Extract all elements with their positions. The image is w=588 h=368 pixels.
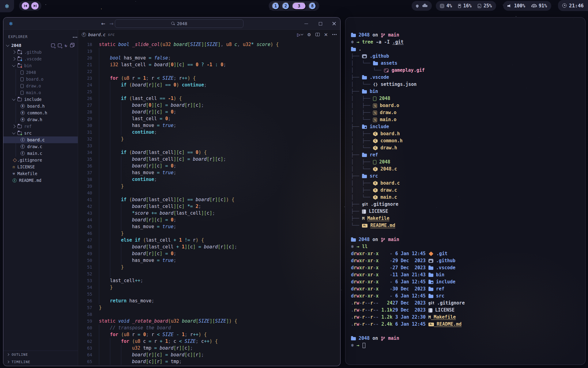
indent-guide — [110, 102, 121, 109]
indent-guide — [99, 149, 110, 156]
terminal-line: drwxr-xr-x- 6 Jan 12:45 .git — [351, 250, 585, 257]
indent-guide — [110, 351, 121, 358]
workspace-8[interactable]: 8 — [309, 2, 316, 10]
c-file-icon: C — [82, 33, 86, 37]
explorer-item-board.h[interactable]: Hboard.h — [3, 103, 78, 109]
explorer-item-readme.md[interactable]: iREADME.md — [3, 177, 78, 184]
line-number: 22 — [78, 68, 92, 75]
line-number: 34 — [78, 149, 92, 156]
line-number: 21 — [78, 61, 92, 68]
split-editor-button[interactable] — [315, 33, 320, 36]
line-content: board[r][c] = 0; — [92, 163, 176, 169]
code-line-63: 63u32 tmp = board[r][c]; — [78, 345, 340, 351]
indent-guide — [110, 264, 121, 270]
terminal-line: drwxr-xr-x-11 Jan 21:43 bin — [351, 271, 585, 278]
media-previous-button[interactable] — [22, 2, 29, 10]
refresh-button[interactable]: ↻ — [65, 43, 67, 48]
file-tree: 2048↻.github.vscodebin2048board.odraw.om… — [3, 42, 78, 351]
explorer-item-board.c[interactable]: Cboard.c — [3, 136, 78, 143]
explorer-item-draw.c[interactable]: Cdraw.c — [3, 143, 78, 150]
line-number: 58 — [78, 311, 92, 318]
media-next-button[interactable] — [31, 2, 39, 10]
code-editor-area[interactable]: 18static bool _slide_col(u32 board[SIZE]… — [78, 39, 340, 366]
workspace-switcher: 1238 — [269, 1, 319, 11]
more-actions-button[interactable] — [332, 34, 337, 35]
file-size: - — [379, 250, 392, 257]
line-number: 61 — [78, 331, 92, 338]
line-content: board[r][c] = board[c][r]; — [92, 351, 204, 358]
new-folder-button[interactable] — [58, 43, 62, 48]
terminal-line: ├── ref — [351, 151, 585, 159]
maximize-button[interactable] — [317, 20, 324, 27]
collapse-all-button[interactable] — [70, 43, 74, 48]
search-icon — [171, 22, 175, 25]
clock-icon — [562, 3, 567, 8]
explorer-item-2048[interactable]: 2048↻ — [3, 42, 78, 49]
audio-network-widget[interactable]: 100% 91% — [503, 1, 551, 11]
top-status-bar: ❄ 1238 4% 16% 25% 100% 91% 21:46 — [0, 0, 588, 12]
line-number: 24 — [78, 82, 92, 88]
explorer-item-bin[interactable]: bin — [3, 62, 78, 69]
code-line-54: 54} — [78, 284, 340, 291]
terminal-line: ❄ → — [351, 342, 585, 349]
line-number: 63 — [78, 345, 92, 351]
code-line-55: 55 — [78, 291, 340, 297]
disk-usage: 25% — [484, 3, 492, 9]
indent-guide — [110, 163, 121, 169]
folder-vscode-icon — [17, 57, 22, 61]
timeline-panel-header[interactable]: TIMELINE — [3, 358, 78, 366]
outline-panel-header[interactable]: OUTLINE — [3, 351, 78, 358]
minimize-button[interactable] — [303, 20, 310, 27]
terminal-window[interactable]: 2048 on main❄ → tree -a -I .git .├── .gi… — [345, 17, 586, 365]
branch-icon — [381, 33, 385, 38]
explorer-item-2048[interactable]: 2048 — [3, 69, 78, 76]
explorer-item-.gitignore[interactable]: .gitignore — [3, 157, 78, 163]
nix-launcher-button[interactable]: ❄ — [0, 0, 14, 12]
explorer-item-board.o[interactable]: board.o — [3, 76, 78, 82]
navigate-back-button[interactable]: ← — [100, 20, 107, 27]
explorer-item-ref[interactable]: ref — [3, 123, 78, 130]
explorer-item-main.c[interactable]: Cmain.c — [3, 150, 78, 157]
close-editor-button[interactable]: × — [324, 33, 328, 37]
weather-widget[interactable] — [412, 1, 432, 11]
indent-guide — [99, 243, 110, 250]
explorer-item-common.h[interactable]: Hcommon.h — [3, 109, 78, 116]
workspace-3[interactable]: 3 — [292, 2, 306, 10]
new-file-button[interactable] — [51, 43, 55, 48]
line-number: 49 — [78, 250, 92, 257]
code-line-36: 36board[r][c] = 0; — [78, 163, 340, 169]
chevron-right-icon — [12, 57, 15, 60]
tab-board-c[interactable]: C board.c src — [82, 32, 115, 37]
explorer-item-makefile[interactable]: ⚒Makefile — [3, 170, 78, 177]
explorer-item-main.o[interactable]: main.o — [3, 89, 78, 96]
workspace-2[interactable]: 2 — [282, 2, 290, 10]
indent-guide — [121, 156, 132, 163]
chevron-down-icon — [301, 33, 303, 35]
workspace-1[interactable]: 1 — [272, 2, 280, 10]
explorer-item-draw.o[interactable]: draw.o — [3, 82, 78, 89]
code-line-26: 26if (last_cell == -1) { — [78, 95, 340, 102]
line-content: board[0][c] = board[r][c]; — [92, 102, 204, 109]
explorer-item-include[interactable]: include — [3, 96, 78, 103]
explorer-item-draw.h[interactable]: Hdraw.h — [3, 116, 78, 123]
navigate-forward-button[interactable]: → — [108, 20, 115, 27]
indent-guide — [110, 82, 121, 88]
editor-settings-button[interactable]: ⚙ — [307, 32, 311, 37]
code-editor-window: ❄ ← → 2048 EXPLORER 2048↻.github.vscodeb… — [3, 17, 341, 366]
command-center-search[interactable]: 2048 — [115, 19, 243, 28]
close-window-button[interactable] — [330, 20, 338, 27]
code-line-35: 35board[last_cell][c] = board[r][c]; — [78, 156, 340, 163]
explorer-item-src[interactable]: src — [3, 130, 78, 136]
explorer-item-.vscode[interactable]: .vscode — [3, 56, 78, 62]
editor-titlebar[interactable]: ❄ ← → 2048 — [3, 17, 340, 30]
code-line-57: 57} — [78, 304, 340, 311]
line-content: if (board[last_cell][c] == 0) { — [92, 149, 207, 156]
explorer-item-license[interactable]: ⚖LICENSE — [3, 163, 78, 170]
system-stats-widget[interactable]: 4% 16% 25% — [436, 1, 496, 11]
code-line-20: 20bool has_move = false; — [78, 55, 340, 61]
clock-widget[interactable]: 21:46 — [558, 0, 588, 11]
explorer-item-.github[interactable]: .github — [3, 49, 78, 56]
run-or-debug-button[interactable]: ▷ — [297, 32, 303, 37]
line-content: // transpose the board — [92, 324, 171, 331]
terminal-line: │ ├── C draw.c — [351, 187, 585, 194]
